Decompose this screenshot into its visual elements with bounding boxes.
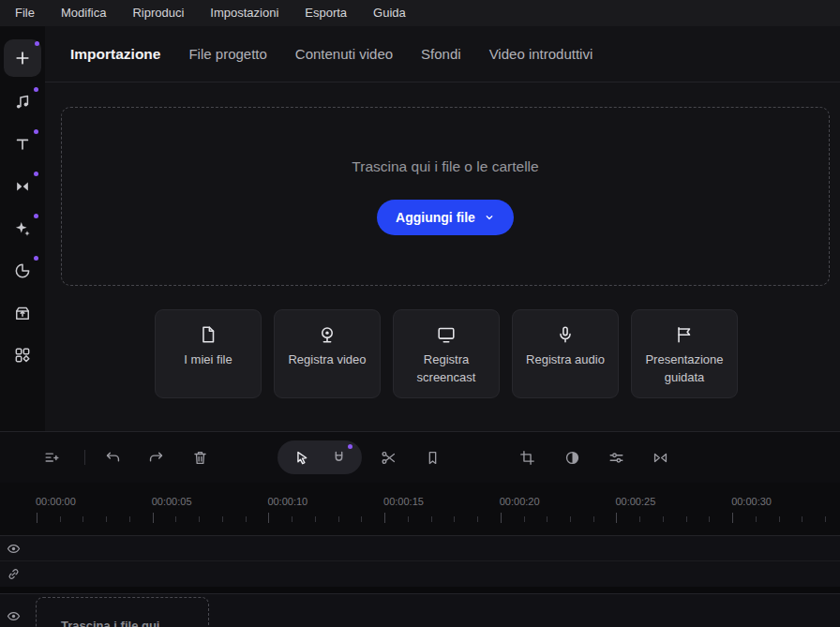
badge-dot: [34, 172, 38, 176]
ruler-timestamp: 00:00:25: [615, 496, 731, 507]
sidebar-item-export[interactable]: [5, 296, 40, 330]
track-gap: [0, 587, 840, 593]
ruler-timestamp: 00:00:10: [267, 496, 383, 507]
plus-icon: [13, 49, 32, 67]
marker-icon: [424, 449, 442, 467]
webcam-icon: [317, 324, 338, 345]
more-grid-icon: [13, 346, 32, 365]
select-tool-button[interactable]: [287, 443, 315, 471]
track-area: Trascina i file qui: [0, 535, 840, 627]
panel-tabs: Importazione File progetto Contenuti vid…: [45, 26, 840, 82]
badge-dot: [34, 256, 38, 261]
my-files-button[interactable]: I miei file: [155, 309, 262, 398]
video-editor-window: File Modifica Riproduci Impostazioni Esp…: [0, 0, 840, 627]
sidebar-item-more[interactable]: [5, 338, 40, 372]
sidebar-item-stickers[interactable]: [5, 254, 40, 288]
tab-video-introduttivi[interactable]: Video introduttivi: [489, 46, 593, 62]
menu-modifica[interactable]: Modifica: [48, 0, 119, 26]
sidebar: [0, 26, 45, 431]
magnet-icon: [330, 449, 348, 467]
crop-button[interactable]: [511, 441, 543, 473]
eye-icon[interactable]: [6, 541, 22, 557]
redo-button[interactable]: [140, 441, 172, 473]
badge-dot: [348, 444, 352, 449]
import-panel: Importazione File progetto Contenuti vid…: [45, 26, 840, 431]
track-file-dropzone[interactable]: Trascina i file qui: [36, 597, 209, 627]
speed-pie-icon: [13, 261, 32, 280]
menu-esporta[interactable]: Esporta: [292, 0, 360, 26]
record-screencast-button[interactable]: Registra screencast: [393, 309, 500, 398]
record-video-button[interactable]: Registra video: [274, 309, 381, 398]
eye-icon[interactable]: [6, 608, 22, 624]
marker-button[interactable]: [416, 441, 448, 473]
guide-flag-icon: [674, 324, 695, 345]
undo-button[interactable]: [97, 441, 128, 473]
toolbar-separator: [84, 450, 85, 465]
microphone-icon: [555, 324, 576, 345]
ruler-timestamp: 00:00:15: [383, 496, 500, 507]
contrast-icon: [563, 449, 581, 467]
timeline: 00:00:00 00:00:05 00:00:10 00:00:15 00:0…: [0, 431, 840, 627]
badge-dot: [34, 87, 38, 92]
sidebar-item-audio[interactable]: [5, 85, 40, 119]
record-audio-button[interactable]: Registra audio: [512, 309, 619, 398]
ruler-timestamp: 00:00:20: [500, 496, 616, 507]
tab-sfondi[interactable]: Sfondi: [421, 46, 461, 62]
timeline-toolbar: [0, 432, 840, 483]
sidebar-item-transitions[interactable]: [5, 170, 40, 203]
adjust-button[interactable]: [600, 441, 632, 473]
cursor-icon: [292, 449, 310, 467]
split-button[interactable]: [372, 441, 404, 473]
contrast-button[interactable]: [556, 441, 588, 473]
menu-guida[interactable]: Guida: [360, 0, 419, 26]
export-box-icon: [13, 304, 32, 322]
media-actions-row: I miei file Registra video Registra scre…: [155, 309, 738, 398]
adjust-sliders-icon: [608, 449, 625, 467]
delete-button[interactable]: [184, 441, 216, 473]
sidebar-item-text[interactable]: [5, 127, 40, 161]
pointer-tool-group: [278, 440, 362, 474]
add-file-button[interactable]: Aggiungi file: [377, 200, 514, 235]
menubar: File Modifica Riproduci Impostazioni Esp…: [0, 0, 840, 26]
scissors-icon: [380, 449, 398, 467]
menu-file[interactable]: File: [8, 0, 48, 26]
tab-file-progetto[interactable]: File progetto: [188, 46, 266, 62]
guided-presentation-button[interactable]: Presentazione guidata: [631, 309, 738, 398]
ruler-timestamp: 00:00:30: [731, 496, 840, 507]
badge-dot: [34, 129, 38, 134]
timeline-ruler[interactable]: 00:00:00 00:00:05 00:00:10 00:00:15 00:0…: [0, 483, 840, 535]
sidebar-item-effects[interactable]: [5, 212, 40, 246]
text-icon: [13, 135, 32, 154]
tab-contenuti-video[interactable]: Contenuti video: [295, 46, 393, 62]
add-track-button[interactable]: [36, 441, 68, 473]
effects-sparkle-icon: [13, 219, 32, 238]
menu-impostazioni[interactable]: Impostazioni: [197, 0, 292, 26]
track-dropzone-hint: Trascina i file qui: [61, 619, 208, 627]
track-row: [0, 535, 840, 560]
sidebar-item-media[interactable]: [4, 39, 41, 77]
file-dropzone[interactable]: Trascina qui i file o le cartelle Aggiun…: [61, 107, 830, 286]
media-action-label: Presentazione guidata: [632, 351, 737, 387]
music-note-icon: [13, 93, 32, 112]
ruler-labels: 00:00:00 00:00:05 00:00:10 00:00:15 00:0…: [36, 496, 840, 507]
detach-button[interactable]: [644, 441, 676, 473]
badge-dot: [34, 214, 38, 218]
ruler-timestamp: 00:00:00: [36, 496, 152, 507]
menu-riproduci[interactable]: Riproduci: [119, 0, 197, 26]
add-file-label: Aggiungi file: [396, 210, 475, 225]
magnet-tool-button[interactable]: [324, 443, 352, 471]
badge-dot: [35, 41, 39, 46]
ruler-ticks: [37, 513, 840, 523]
ruler-timestamp: 00:00:05: [152, 496, 268, 507]
screen-icon: [436, 324, 457, 345]
trash-icon: [191, 449, 209, 467]
tab-importazione[interactable]: Importazione: [70, 46, 160, 63]
link-icon[interactable]: [6, 566, 22, 582]
track-row: Trascina i file qui: [0, 593, 840, 627]
detach-icon: [652, 449, 669, 467]
document-icon: [198, 324, 218, 345]
dropzone-hint: Trascina qui i file o le cartelle: [352, 158, 538, 175]
media-action-label: Registra audio: [521, 351, 609, 369]
chevron-down-icon: [484, 212, 495, 223]
media-action-label: Registra video: [283, 351, 370, 369]
